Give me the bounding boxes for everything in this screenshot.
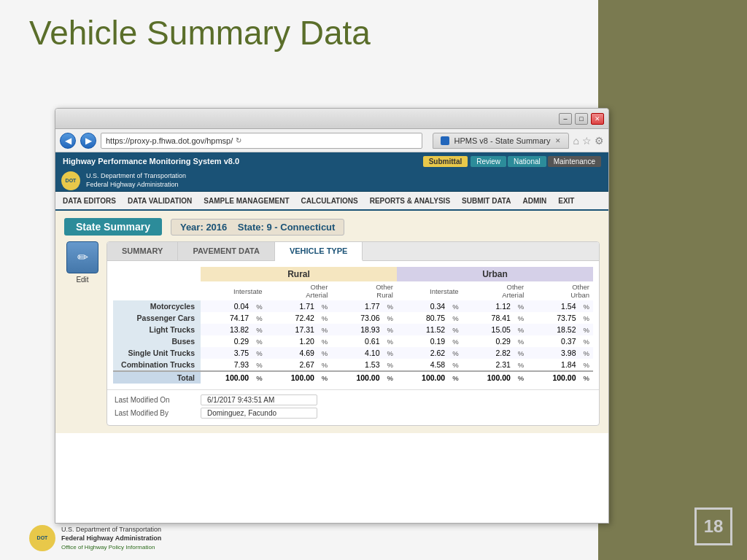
cell-percent: % xyxy=(318,347,331,359)
browser-address-bar: ◀ ▶ https://proxy-p.fhwa.dot.gov/hpmsp/ … xyxy=(55,129,608,152)
nav-sample-management[interactable]: SAMPLE MANAGEMENT xyxy=(204,197,289,205)
table-row: Passenger Cars74.17%72.42%73.06%80.75%78… xyxy=(113,312,593,324)
cell-value: 0.37 xyxy=(527,335,579,347)
modified-by-value: Dominguez, Facundo xyxy=(201,408,317,419)
review-button[interactable]: Review xyxy=(471,156,506,167)
cell-percent: % xyxy=(252,347,266,359)
state-value: 9 - Connecticut xyxy=(267,222,336,233)
close-button[interactable]: ✕ xyxy=(591,113,604,125)
cell-value: 4.69 xyxy=(266,347,318,359)
tab-bar: HPMS v8 - State Summary ✕ xyxy=(433,133,568,149)
cell-value: 100.00 xyxy=(462,371,514,384)
col-other-arterial-rural: OtherArterial xyxy=(266,281,332,300)
home-icon[interactable]: ⌂ xyxy=(573,135,579,147)
url-text: https://proxy-p.fhwa.dot.gov/hpmsp/ xyxy=(106,136,233,145)
national-button[interactable]: National xyxy=(508,156,546,167)
submittal-button[interactable]: Submittal xyxy=(423,156,468,167)
row-label: Light Trucks xyxy=(113,324,201,335)
cell-percent: % xyxy=(514,335,527,347)
cell-value: 0.19 xyxy=(397,335,449,347)
cell-percent: % xyxy=(449,347,462,359)
modified-by-label: Last Modified By xyxy=(115,409,195,417)
dot-bottom-line2: Federal Highway Administration xyxy=(61,534,161,543)
top-nav: DATA EDITORS DATA VALIDATION SAMPLE MANA… xyxy=(55,192,608,211)
refresh-icon[interactable]: ↻ xyxy=(236,136,241,144)
nav-reports-analysis[interactable]: REPORTS & ANALYSIS xyxy=(370,197,450,205)
cell-percent: % xyxy=(514,359,527,371)
header-nav-buttons: Review National Maintenance xyxy=(471,156,601,167)
cell-percent: % xyxy=(514,312,527,324)
modified-on-label: Last Modified On xyxy=(115,396,195,404)
nav-admin[interactable]: ADMIN xyxy=(522,197,546,205)
cell-percent: % xyxy=(580,324,593,335)
table-row: Buses0.29%1.20%0.61%0.19%0.29%0.37% xyxy=(113,335,593,347)
star-icon[interactable]: ☆ xyxy=(582,135,592,147)
cell-value: 2.62 xyxy=(397,347,449,359)
cell-percent: % xyxy=(384,347,397,359)
dot-logo-bottom: DOT U.S. Department of Transportation Fe… xyxy=(29,525,161,551)
tabs-panel: SUMMARY PAVEMENT DATA VEHICLE TYPE Rural… xyxy=(107,241,600,426)
cell-value: 0.61 xyxy=(331,335,383,347)
browser-titlebar: – □ ✕ xyxy=(55,109,608,129)
cell-value: 100.00 xyxy=(397,371,449,384)
cell-percent: % xyxy=(580,300,593,312)
state-summary-title: State Summary xyxy=(64,218,162,236)
footer-info: Last Modified On 6/1/2017 9:43:51 AM Las… xyxy=(107,389,599,425)
url-bar[interactable]: https://proxy-p.fhwa.dot.gov/hpmsp/ ↻ xyxy=(101,133,422,149)
cell-percent: % xyxy=(318,300,331,312)
tab-vehicle-type[interactable]: VEHICLE TYPE xyxy=(275,242,363,261)
vehicle-table: Rural Urban Interstate OtherArterial Oth… xyxy=(113,267,593,384)
cell-value: 7.93 xyxy=(201,359,252,371)
nav-data-editors[interactable]: DATA EDITORS xyxy=(63,197,116,205)
cell-percent: % xyxy=(514,324,527,335)
gear-icon[interactable]: ⚙ xyxy=(595,135,604,147)
tab-close-icon[interactable]: ✕ xyxy=(555,137,561,144)
urban-header: Urban xyxy=(397,267,593,281)
maximize-button[interactable]: □ xyxy=(575,113,588,125)
edit-button[interactable]: ✏ xyxy=(66,241,98,273)
cell-value: 3.75 xyxy=(201,347,252,359)
nav-submit-data[interactable]: SUBMIT DATA xyxy=(462,197,511,205)
cell-value: 0.29 xyxy=(462,335,514,347)
cell-value: 18.52 xyxy=(527,324,579,335)
forward-button[interactable]: ▶ xyxy=(80,133,96,149)
cell-percent: % xyxy=(580,359,593,371)
dot-logo-text: U.S. Department of Transportation Federa… xyxy=(61,525,161,551)
maintenance-button[interactable]: Maintenance xyxy=(548,156,601,167)
tab-pavement-data[interactable]: PAVEMENT DATA xyxy=(178,242,274,260)
col-interstate-urban: Interstate xyxy=(397,281,462,300)
table-row: Motorcycles0.04%1.71%1.77%0.34%1.12%1.54… xyxy=(113,300,593,312)
minimize-button[interactable]: – xyxy=(559,113,572,125)
col-other-urban: OtherUrban xyxy=(527,281,593,300)
table-row: Combination Trucks7.93%2.67%1.53%4.58%2.… xyxy=(113,359,593,371)
cell-percent: % xyxy=(318,335,331,347)
cell-percent: % xyxy=(318,371,331,384)
cell-percent: % xyxy=(252,335,266,347)
summary-header: State Summary Year: 2016 State: 9 - Conn… xyxy=(64,218,600,236)
browser-tab[interactable]: HPMS v8 - State Summary ✕ xyxy=(433,133,568,149)
nav-calculations[interactable]: CALCULATIONS xyxy=(301,197,358,205)
tab-summary[interactable]: SUMMARY xyxy=(107,242,178,260)
cell-value: 1.71 xyxy=(266,300,318,312)
slide-number: 18 xyxy=(694,508,732,545)
col-other-rural: OtherRural xyxy=(331,281,397,300)
nav-exit[interactable]: EXIT xyxy=(558,197,574,205)
back-button[interactable]: ◀ xyxy=(60,133,76,149)
cell-percent: % xyxy=(449,335,462,347)
col-interstate-rural: Interstate xyxy=(201,281,266,300)
cell-value: 4.58 xyxy=(397,359,449,371)
year-state-badge: Year: 2016 State: 9 - Connecticut xyxy=(171,219,344,236)
cell-percent: % xyxy=(580,347,593,359)
cell-percent: % xyxy=(449,300,462,312)
cell-percent: % xyxy=(252,359,266,371)
cell-value: 1.77 xyxy=(331,300,383,312)
cell-percent: % xyxy=(318,312,331,324)
cell-value: 73.75 xyxy=(527,312,579,324)
cell-value: 18.93 xyxy=(331,324,383,335)
nav-data-validation[interactable]: DATA VALIDATION xyxy=(128,197,192,205)
cell-percent: % xyxy=(384,300,397,312)
row-label: Buses xyxy=(113,335,201,347)
main-content: State Summary Year: 2016 State: 9 - Conn… xyxy=(55,211,608,433)
favicon-icon xyxy=(441,136,449,145)
cell-value: 0.29 xyxy=(201,335,252,347)
